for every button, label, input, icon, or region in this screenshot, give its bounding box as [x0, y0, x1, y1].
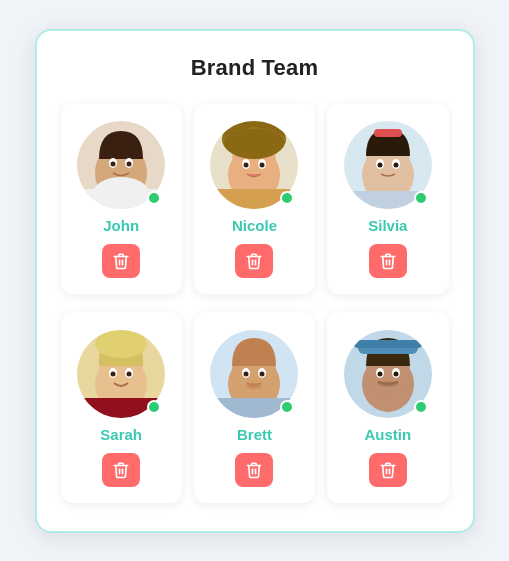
member-card-silvia: Silvia: [327, 103, 448, 294]
member-name-silvia: Silvia: [368, 217, 407, 234]
svg-point-33: [111, 371, 116, 376]
member-card-austin: Austin: [327, 312, 448, 503]
team-card: Brand Team John: [35, 29, 475, 533]
svg-point-34: [127, 371, 132, 376]
delete-button-silvia[interactable]: [369, 244, 407, 278]
svg-point-41: [244, 371, 249, 376]
svg-point-6: [127, 161, 132, 166]
svg-point-53: [393, 371, 398, 376]
member-name-austin: Austin: [364, 426, 411, 443]
avatar-wrap-sarah: [77, 330, 165, 418]
delete-button-brett[interactable]: [235, 453, 273, 487]
avatar-wrap-john: [77, 121, 165, 209]
delete-button-sarah[interactable]: [102, 453, 140, 487]
member-name-john: John: [103, 217, 139, 234]
member-card-john: John: [61, 103, 182, 294]
member-card-nicole: Nicole: [194, 103, 315, 294]
svg-point-30: [95, 330, 147, 358]
svg-point-43: [246, 383, 262, 389]
avatar-wrap-austin: [344, 330, 432, 418]
avatar-wrap-brett: [210, 330, 298, 418]
svg-rect-21: [374, 129, 402, 137]
status-dot-sarah: [147, 400, 161, 414]
delete-button-john[interactable]: [102, 244, 140, 278]
svg-rect-49: [354, 340, 422, 348]
svg-point-52: [377, 371, 382, 376]
svg-point-8: [93, 177, 149, 209]
status-dot-nicole: [280, 191, 294, 205]
status-dot-austin: [414, 400, 428, 414]
svg-point-25: [393, 162, 398, 167]
svg-point-24: [377, 162, 382, 167]
delete-button-nicole[interactable]: [235, 244, 273, 278]
status-dot-john: [147, 191, 161, 205]
svg-point-54: [378, 381, 398, 387]
svg-point-15: [244, 162, 249, 167]
member-name-brett: Brett: [237, 426, 272, 443]
member-name-sarah: Sarah: [100, 426, 142, 443]
card-title: Brand Team: [61, 55, 449, 81]
avatar-wrap-silvia: [344, 121, 432, 209]
status-dot-brett: [280, 400, 294, 414]
member-name-nicole: Nicole: [232, 217, 277, 234]
member-card-sarah: Sarah: [61, 312, 182, 503]
svg-point-42: [260, 371, 265, 376]
status-dot-silvia: [414, 191, 428, 205]
delete-button-austin[interactable]: [369, 453, 407, 487]
avatar-wrap-nicole: [210, 121, 298, 209]
svg-point-5: [111, 161, 116, 166]
member-card-brett: Brett: [194, 312, 315, 503]
svg-point-16: [260, 162, 265, 167]
team-grid: John Nicole: [61, 103, 449, 503]
